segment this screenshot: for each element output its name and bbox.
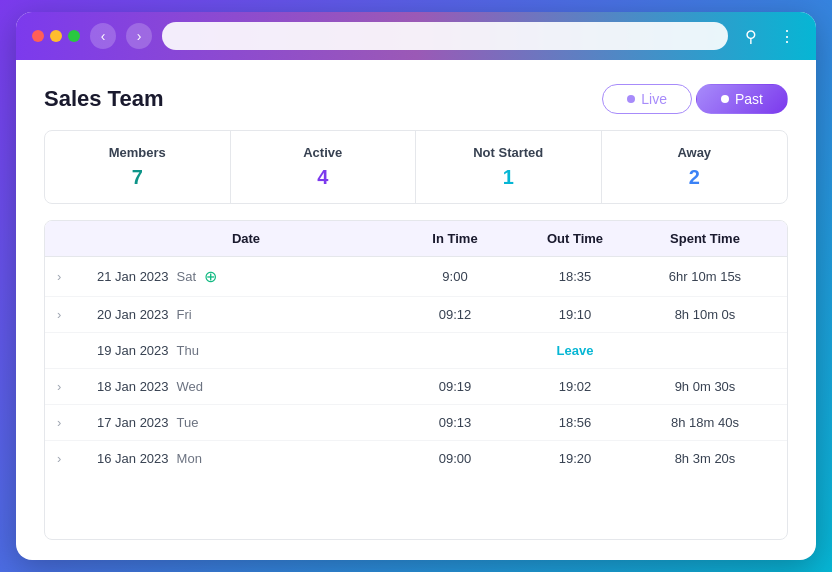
table-row: › 18 Jan 2023 Wed 09:19 19:02 9h 0m 30s <box>45 369 787 405</box>
dot-red <box>32 30 44 42</box>
page-title: Sales Team <box>44 86 163 112</box>
expand-icon[interactable]: › <box>57 307 97 322</box>
header-row: Sales Team Live Past <box>44 84 788 114</box>
spent-time-cell: 8h 10m 0s <box>635 307 775 322</box>
forward-button[interactable]: › <box>126 23 152 49</box>
day-text: Mon <box>177 451 202 466</box>
attendance-table: Date In Time Out Time Spent Time › 21 Ja… <box>44 220 788 540</box>
spent-time-cell: 6hr 10m 15s <box>635 269 775 284</box>
url-bar[interactable] <box>162 22 728 50</box>
past-label: Past <box>735 91 763 107</box>
menu-icon-button[interactable]: ⋮ <box>774 23 800 49</box>
in-time-cell: 09:19 <box>395 379 515 394</box>
table-row: 19 Jan 2023 Thu Leave <box>45 333 787 369</box>
date-cell: 16 Jan 2023 Mon <box>97 451 395 466</box>
th-spenttime: Spent Time <box>635 231 775 246</box>
in-time-cell: 09:12 <box>395 307 515 322</box>
table-row: › 21 Jan 2023 Sat ⊕ 9:00 18:35 6hr 10m 1… <box>45 257 787 297</box>
day-text: Tue <box>177 415 199 430</box>
day-text: Wed <box>177 379 204 394</box>
in-time-cell: 09:00 <box>395 451 515 466</box>
live-toggle[interactable]: Live <box>602 84 692 114</box>
stats-row: Members 7 Active 4 Not Started 1 Away 2 <box>44 130 788 204</box>
table-row: › 17 Jan 2023 Tue 09:13 18:56 8h 18m 40s <box>45 405 787 441</box>
th-outtime: Out Time <box>515 231 635 246</box>
spent-time-cell: 8h 3m 20s <box>635 451 775 466</box>
stat-value: 4 <box>241 166 406 189</box>
browser-dots <box>32 30 80 42</box>
spent-time-cell: 8h 18m 40s <box>635 415 775 430</box>
table-row: › 20 Jan 2023 Fri 09:12 19:10 8h 10m 0s <box>45 297 787 333</box>
date-cell: 17 Jan 2023 Tue <box>97 415 395 430</box>
in-time-cell: 09:13 <box>395 415 515 430</box>
search-icon-button[interactable]: ⚲ <box>738 23 764 49</box>
dot-green <box>68 30 80 42</box>
table-header: Date In Time Out Time Spent Time <box>45 221 787 257</box>
stat-away: Away 2 <box>602 131 788 203</box>
stat-label: Away <box>612 145 778 160</box>
stat-label: Members <box>55 145 220 160</box>
location-icon: ⊕ <box>204 267 217 286</box>
out-time-cell: Leave <box>515 343 635 358</box>
toggle-group: Live Past <box>602 84 788 114</box>
live-indicator <box>627 95 635 103</box>
spent-time-cell: 9h 0m 30s <box>635 379 775 394</box>
date-text: 19 Jan 2023 <box>97 343 169 358</box>
in-time-cell: 9:00 <box>395 269 515 284</box>
back-button[interactable]: ‹ <box>90 23 116 49</box>
date-cell: 18 Jan 2023 Wed <box>97 379 395 394</box>
expand-icon[interactable]: › <box>57 379 97 394</box>
out-time-cell: 19:20 <box>515 451 635 466</box>
date-text: 21 Jan 2023 <box>97 269 169 284</box>
stat-label: Active <box>241 145 406 160</box>
main-content: Sales Team Live Past Members 7 Active 4 … <box>16 60 816 560</box>
browser-window: ‹ › ⚲ ⋮ Sales Team Live Past Members 7 <box>16 12 816 560</box>
stat-value: 1 <box>426 166 591 189</box>
stat-label: Not Started <box>426 145 591 160</box>
expand-icon[interactable]: › <box>57 415 97 430</box>
stat-value: 2 <box>612 166 778 189</box>
day-text: Fri <box>177 307 192 322</box>
out-time-cell: 19:02 <box>515 379 635 394</box>
date-text: 17 Jan 2023 <box>97 415 169 430</box>
day-text: Sat <box>177 269 197 284</box>
out-time-cell: 18:56 <box>515 415 635 430</box>
stat-not-started: Not Started 1 <box>416 131 602 203</box>
stat-value: 7 <box>55 166 220 189</box>
th-intime: In Time <box>395 231 515 246</box>
date-cell: 20 Jan 2023 Fri <box>97 307 395 322</box>
expand-icon[interactable]: › <box>57 269 97 284</box>
th-expand <box>57 231 97 246</box>
expand-icon[interactable]: › <box>57 451 97 466</box>
date-text: 18 Jan 2023 <box>97 379 169 394</box>
out-time-cell: 19:10 <box>515 307 635 322</box>
day-text: Thu <box>177 343 199 358</box>
past-indicator <box>721 95 729 103</box>
table-row: › 16 Jan 2023 Mon 09:00 19:20 8h 3m 20s <box>45 441 787 476</box>
th-date: Date <box>97 231 395 246</box>
live-label: Live <box>641 91 667 107</box>
dot-yellow <box>50 30 62 42</box>
past-toggle[interactable]: Past <box>696 84 788 114</box>
date-cell: 21 Jan 2023 Sat ⊕ <box>97 267 395 286</box>
stat-members: Members 7 <box>45 131 231 203</box>
leave-text: Leave <box>557 343 594 358</box>
out-time-cell: 18:35 <box>515 269 635 284</box>
date-text: 16 Jan 2023 <box>97 451 169 466</box>
table-body: › 21 Jan 2023 Sat ⊕ 9:00 18:35 6hr 10m 1… <box>45 257 787 476</box>
browser-bar: ‹ › ⚲ ⋮ <box>16 12 816 60</box>
stat-active: Active 4 <box>231 131 417 203</box>
date-cell: 19 Jan 2023 Thu <box>97 343 395 358</box>
date-text: 20 Jan 2023 <box>97 307 169 322</box>
